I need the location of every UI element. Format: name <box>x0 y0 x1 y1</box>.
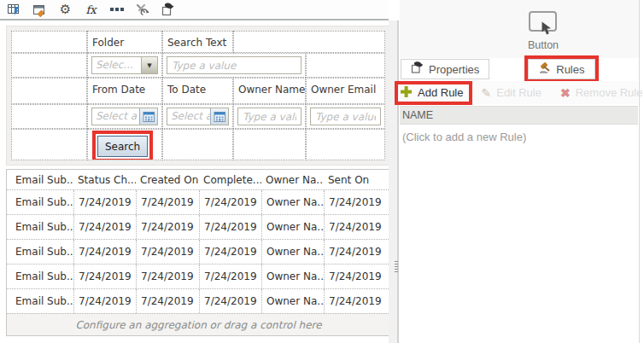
table-cell: Owner Na... <box>261 240 324 264</box>
tab-rules-label: Rules <box>556 63 584 76</box>
add-rule-label: Add Rule <box>418 86 463 99</box>
table-cell: 7/24/2019 <box>73 215 136 239</box>
owner-name-input[interactable] <box>237 108 302 125</box>
table-cell: 7/24/2019 <box>73 289 136 313</box>
table-cell: 7/24/2019 <box>136 190 199 214</box>
add-rule-button[interactable]: Add Rule <box>400 85 463 101</box>
results-body: Email Sub...7/24/20197/24/20197/24/2019O… <box>7 189 390 313</box>
folder-dropdown-placeholder: Selec... <box>92 57 141 73</box>
edit-rule-label: Edit Rule <box>496 86 542 99</box>
table-cell: Owner Na... <box>261 265 324 288</box>
chevron-down-icon[interactable]: ▼ <box>141 57 157 73</box>
table-row[interactable]: Email Sub...7/24/20197/24/20197/24/2019O… <box>7 239 390 264</box>
table-cell: 7/24/2019 <box>324 289 390 313</box>
grid-cell <box>233 104 306 129</box>
table-cell: 7/24/2019 <box>136 215 199 239</box>
to-date-label: To Date <box>162 78 233 104</box>
remove-x-icon: ✖ <box>560 87 571 99</box>
aggregation-drop-zone[interactable]: Configure an aggregation or drag a contr… <box>7 313 390 335</box>
table-row[interactable]: Email Sub...7/24/20197/24/20197/24/2019O… <box>7 189 390 214</box>
column-header[interactable]: Created On <box>136 174 199 186</box>
table-cell: 7/24/2019 <box>324 215 390 239</box>
clear-panel-icon[interactable] <box>32 2 48 18</box>
table-row[interactable]: Email Sub...7/24/20197/24/20197/24/2019O… <box>7 214 390 239</box>
table-cell: 7/24/2019 <box>199 265 261 288</box>
grid-cell: Selec... ▼ <box>87 53 162 78</box>
table-cell: 7/24/2019 <box>73 265 136 288</box>
owner-email-input[interactable] <box>310 108 381 125</box>
search-button[interactable]: Search <box>97 136 148 157</box>
table-cell: Email Sub... <box>11 289 73 313</box>
properties-panel: Button Properties Rules Add Rule <box>400 0 640 343</box>
table-cell: 7/24/2019 <box>73 240 136 264</box>
rules-list-header: NAME <box>400 106 638 125</box>
panel-splitter[interactable] <box>389 20 399 343</box>
tab-properties-label: Properties <box>429 63 479 76</box>
folder-dropdown[interactable]: Selec... ▼ <box>91 56 158 74</box>
results-header: Email Sub...Status Ch...Created OnComple… <box>7 170 390 189</box>
table-cell: 7/24/2019 <box>136 240 199 264</box>
grid-cell: Search <box>87 129 162 160</box>
table-cell: Owner Na... <box>261 215 324 239</box>
rules-action-bar: Add Rule ✎ Edit Rule ✖ Remove Rule <box>400 81 638 104</box>
datasource-lightning-icon[interactable] <box>6 2 22 18</box>
plus-icon <box>400 85 413 101</box>
grid-cell-empty <box>233 31 385 53</box>
table-cell: 7/24/2019 <box>324 240 390 264</box>
remove-rule-label: Remove Rule <box>576 86 643 99</box>
table-cell: 7/24/2019 <box>324 265 390 288</box>
properties-icon <box>411 61 424 77</box>
tab-properties[interactable]: Properties <box>401 59 489 79</box>
expression-fx-icon[interactable]: fx <box>83 2 99 18</box>
to-date-picker[interactable]: Select a <box>167 108 229 125</box>
search-text-input[interactable] <box>167 56 302 74</box>
table-cell: 7/24/2019 <box>199 215 261 239</box>
tools-refresh-icon[interactable] <box>134 2 150 18</box>
remove-rule-button[interactable]: ✖ Remove Rule <box>560 86 643 99</box>
table-row[interactable]: Email Sub...7/24/20197/24/20197/24/2019O… <box>7 288 390 313</box>
to-date-placeholder: Select a <box>167 108 210 125</box>
splitter-grip-icon <box>395 261 398 274</box>
column-header[interactable]: Sent On <box>324 174 390 186</box>
designer-toolbar: ⚙ fx <box>0 0 389 20</box>
table-cell: Owner Na... <box>261 190 324 214</box>
grid-cell: Select a <box>87 104 162 129</box>
grid-cell <box>306 104 385 129</box>
gavel-icon <box>538 61 551 77</box>
panel-tabs: Properties Rules <box>401 59 599 83</box>
table-cell: Email Sub... <box>11 190 73 214</box>
calendar-icon[interactable] <box>210 108 228 125</box>
table-cell: 7/24/2019 <box>324 190 390 214</box>
selected-control-preview: Button <box>400 0 639 58</box>
owner-email-label: Owner Email <box>306 78 385 104</box>
table-cell: Email Sub... <box>11 215 73 239</box>
grid-cell-empty <box>11 129 87 160</box>
add-new-rule-hint[interactable]: (Click to add a new Rule) <box>402 131 526 143</box>
table-cell: 7/24/2019 <box>73 190 136 214</box>
grid-cell-empty <box>11 53 87 78</box>
search-form-grid: Folder Search Text Selec... ▼ From Date … <box>6 26 390 166</box>
edit-rule-button[interactable]: ✎ Edit Rule <box>481 86 541 99</box>
owner-name-label: Owner Name <box>233 78 306 104</box>
calendar-icon[interactable] <box>139 108 157 125</box>
grid-cell-empty <box>11 31 87 53</box>
column-header[interactable]: Complete... <box>199 174 261 186</box>
column-header[interactable]: Owner Na... <box>261 174 324 186</box>
highlight-box-add-rule: Add Rule <box>395 81 472 105</box>
grid-cell-empty <box>306 53 385 78</box>
highlight-box-search: Search <box>92 131 153 160</box>
table-row[interactable]: Email Sub...7/24/20197/24/20197/24/2019O… <box>7 264 390 288</box>
table-cell: Email Sub... <box>11 240 73 264</box>
more-ellipsis-icon[interactable] <box>108 2 125 18</box>
column-header[interactable]: Status Ch... <box>73 174 136 186</box>
highlight-box-rules: Rules <box>524 55 598 83</box>
from-date-label: From Date <box>87 78 162 104</box>
from-date-picker[interactable]: Select a <box>91 108 158 125</box>
folder-label: Folder <box>87 31 162 53</box>
column-header[interactable]: Email Sub... <box>11 174 73 186</box>
settings-gear-icon[interactable]: ⚙ <box>57 2 73 18</box>
results-table: Email Sub...Status Ch...Created OnComple… <box>6 169 391 336</box>
tab-rules[interactable]: Rules <box>528 59 594 79</box>
cursor-arrow-icon <box>541 21 553 38</box>
paste-control-icon[interactable] <box>160 2 176 18</box>
